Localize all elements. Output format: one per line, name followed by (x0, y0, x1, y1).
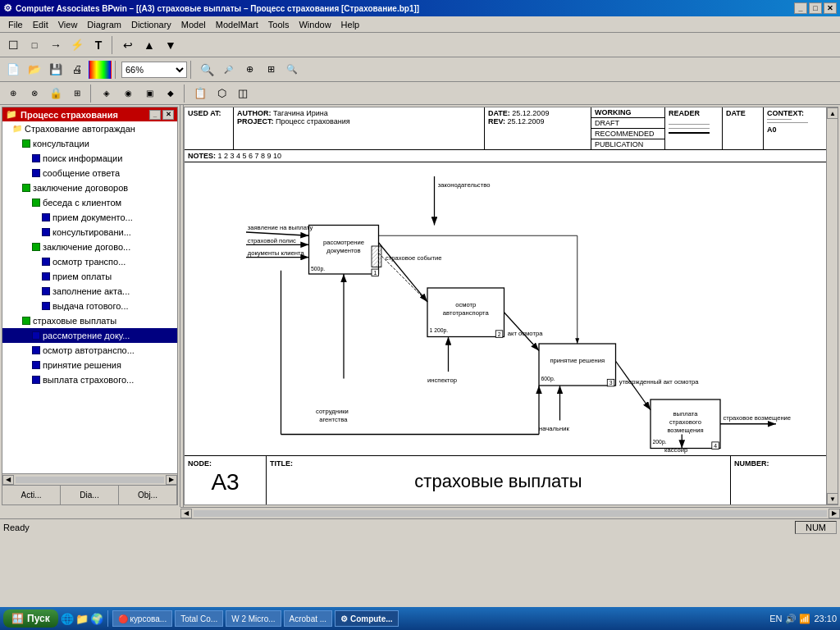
menu-view[interactable]: View (53, 18, 83, 31)
horizontal-scrollbar[interactable]: ◀ ▶ (2, 473, 177, 485)
down-arrow-btn[interactable]: ▼ (161, 36, 180, 54)
arrow-tool-btn[interactable]: → (46, 36, 66, 54)
tree-item-t14[interactable]: страховые выплаты (2, 313, 177, 328)
text-tool-btn[interactable]: T (89, 36, 108, 54)
menu-dictionary[interactable]: Dictionary (126, 18, 176, 31)
taskbar-app5[interactable]: ⚙ Compute... (335, 610, 398, 627)
zoom-select[interactable]: 66% 100% 50% (121, 62, 187, 78)
tree-item-t3[interactable]: поиск информации (2, 151, 177, 166)
tree-icon-t14 (22, 317, 30, 325)
select-tool-btn[interactable]: ☐ (3, 36, 23, 54)
toolbar-sep2 (115, 61, 118, 79)
svg-text:документов: документов (326, 248, 360, 255)
menu-tools[interactable]: Tools (263, 18, 294, 31)
tree-item-t6[interactable]: беседа с клиентом (2, 195, 177, 210)
idef-draft: DRAFT (591, 118, 664, 129)
folder-icon[interactable]: 📁 (75, 613, 89, 625)
up-arrow-btn[interactable]: ▲ (139, 36, 159, 54)
tree-icon-t5 (22, 184, 30, 192)
scroll-right-diag-btn[interactable]: ▶ (829, 509, 840, 518)
navigate-btn[interactable]: 🔍 (282, 61, 302, 79)
tab-diagram[interactable]: Dia... (61, 486, 119, 504)
print-btn[interactable]: 🖨 (67, 61, 87, 79)
tree-item-t7[interactable]: прием документо... (2, 210, 177, 225)
svg-text:страховой полис: страховой полис (248, 237, 296, 244)
tree-item-t18[interactable]: выплата страхового... (2, 372, 177, 387)
tree-item-t12[interactable]: заполнение акта... (2, 284, 177, 299)
t3-btn5[interactable]: ◈ (97, 84, 116, 103)
zoom-custom-btn[interactable]: 🔎 (218, 61, 238, 79)
tree-item-t4[interactable]: сообщение ответа (2, 166, 177, 180)
scroll-left-diag-btn[interactable]: ◀ (180, 509, 192, 518)
tree-item-t2[interactable]: консультации (2, 136, 177, 151)
tree-item-t17[interactable]: принятие решения (2, 358, 177, 372)
tree-item-t13[interactable]: выдача готового... (2, 299, 177, 313)
t3-btn4[interactable]: ⊞ (67, 84, 87, 103)
tab-objects[interactable]: Obj... (119, 486, 177, 504)
tree-item-t15[interactable]: рассмотрение доку... (2, 328, 177, 343)
scroll-right-btn[interactable]: ▶ (166, 475, 177, 485)
taskbar-app4[interactable]: Acrobat ... (284, 610, 333, 627)
taskbar-app3[interactable]: W 2 Micro... (226, 610, 281, 627)
t3-btn9[interactable]: 📋 (190, 84, 210, 103)
t3-btn2[interactable]: ⊗ (25, 84, 44, 103)
diagram-canvas[interactable]: рассмотрение документов 500р. 1 осмотр а… (185, 162, 838, 455)
fit-btn[interactable]: ⊕ (240, 61, 259, 79)
tree-item-t8[interactable]: консультировани... (2, 225, 177, 240)
t3-btn7[interactable]: ▣ (139, 84, 159, 103)
t3-btn10[interactable]: ⬡ (212, 84, 231, 103)
ie-icon[interactable]: 🌐 (61, 613, 74, 625)
new-btn[interactable]: 📄 (3, 61, 23, 79)
lightning-btn[interactable]: ⚡ (67, 36, 87, 54)
open-btn[interactable]: 📂 (25, 61, 44, 79)
tree-container[interactable]: 📁Страхование автогражданконсультациипоис… (2, 121, 177, 473)
zoom-in-btn[interactable]: 🔍 (197, 61, 217, 79)
scroll-up-btn[interactable]: ▲ (827, 107, 838, 119)
menu-file[interactable]: File (3, 18, 28, 31)
menu-model[interactable]: Model (176, 18, 211, 31)
tree-item-t11[interactable]: прием оплаты (2, 269, 177, 284)
main-area: 📁 Процесс страхования _ ✕ 📁Страхование а… (0, 105, 840, 507)
tree-item-t16[interactable]: осмотр автотранспо... (2, 343, 177, 358)
t3-btn6[interactable]: ◉ (118, 84, 138, 103)
bottom-scrollbar[interactable]: ◀ ▶ (180, 507, 840, 518)
scroll-down-btn[interactable]: ▼ (827, 493, 838, 504)
t3-btn11[interactable]: ◫ (233, 84, 253, 103)
menu-help[interactable]: Help (336, 18, 365, 31)
save-btn[interactable]: 💾 (46, 61, 66, 79)
t3-btn1[interactable]: ⊕ (3, 84, 23, 103)
tree-item-t9[interactable]: заключение догово... (2, 240, 177, 254)
t3-btn3[interactable]: 🔒 (46, 84, 66, 103)
vertical-scrollbar[interactable]: ▲ ▼ (826, 107, 838, 504)
minimize-button[interactable]: _ (794, 2, 807, 14)
menu-diagram[interactable]: Diagram (82, 18, 126, 31)
tree-item-t1[interactable]: 📁Страхование автограждан (2, 121, 177, 136)
tree-label-t13: выдача готового... (52, 299, 129, 313)
t3-btn8[interactable]: ◆ (161, 84, 180, 103)
rectangle-tool-btn[interactable]: □ (25, 36, 44, 54)
taskbar-app1[interactable]: 🔴 курсова... (112, 610, 173, 627)
close-button[interactable]: ✕ (824, 2, 837, 14)
menu-window[interactable]: Window (294, 18, 336, 31)
tree-icon-t15 (32, 331, 40, 340)
tray-icons: 🔊 📶 (785, 614, 810, 624)
start-button[interactable]: 🪟 Пуск (3, 609, 58, 628)
maximize-button[interactable]: □ (809, 2, 822, 14)
menu-edit[interactable]: Edit (28, 18, 53, 31)
undo-btn[interactable]: ↩ (118, 36, 138, 54)
scroll-left-btn[interactable]: ◀ (2, 475, 14, 485)
tree-item-t5[interactable]: заключение договоров (2, 180, 177, 195)
app-icon: ⚙ (3, 2, 12, 14)
lang-indicator[interactable]: EN (769, 614, 782, 623)
diagram-view-btn[interactable]: ⊞ (261, 61, 281, 79)
tree-item-t10[interactable]: осмотр транспо... (2, 254, 177, 269)
svg-text:начальник: начальник (539, 425, 569, 432)
color-btn[interactable] (89, 61, 112, 79)
menu-modelmart[interactable]: ModelMart (211, 18, 263, 31)
idef-title-label: TITLE: (270, 459, 727, 468)
panel-minimize-btn[interactable]: _ (149, 110, 161, 120)
browser-icon[interactable]: 🌍 (90, 613, 103, 625)
tab-activities[interactable]: Acti... (2, 486, 61, 504)
taskbar-app2[interactable]: Total Co... (175, 610, 223, 627)
panel-close-btn[interactable]: ✕ (162, 110, 174, 120)
